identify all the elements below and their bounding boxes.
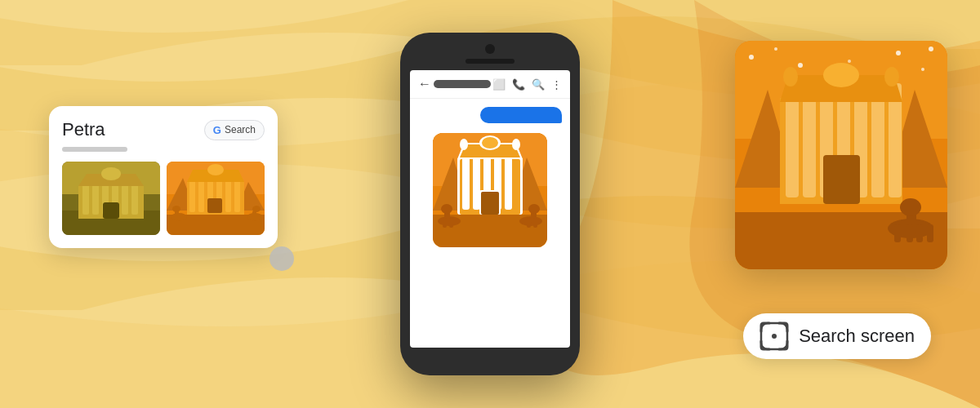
svg-point-34 [252,206,261,212]
svg-point-27 [207,164,224,175]
svg-rect-21 [198,178,204,212]
google-g-logo: G [213,124,221,136]
svg-rect-20 [189,178,195,212]
svg-point-72 [921,68,924,71]
phone: ← ⬜ 📞 🔍 ⋮ [400,33,580,375]
svg-point-74 [848,60,851,63]
phone-screen: ← ⬜ 📞 🔍 ⋮ [410,70,570,348]
svg-point-31 [172,206,180,212]
phone-speaker [466,59,514,64]
svg-point-12 [101,167,121,180]
back-arrow-icon[interactable]: ← [418,77,431,91]
svg-point-69 [774,47,777,51]
svg-rect-94 [894,224,901,242]
sent-message-bubble [480,107,562,123]
search-card-images [62,162,265,235]
search-screen-badge: Search screen [743,313,931,359]
svg-point-53 [512,139,520,150]
svg-rect-13 [103,202,119,219]
search-icon[interactable]: 🔍 [532,78,545,91]
more-options-icon[interactable]: ⋮ [551,78,562,91]
svg-rect-96 [916,224,923,242]
svg-point-68 [749,55,754,60]
search-thumb-1 [62,162,160,235]
svg-rect-65 [533,218,537,228]
svg-point-52 [460,139,468,150]
search-button-label: Search [225,124,256,135]
phone-top-bar: ← ⬜ 📞 🔍 ⋮ [410,70,570,99]
svg-rect-64 [527,218,531,228]
svg-rect-25 [234,178,240,212]
svg-point-86 [823,63,859,87]
phone-camera [485,44,495,54]
svg-rect-97 [927,224,933,242]
svg-rect-24 [225,178,231,212]
petra-chat-image [433,133,547,247]
svg-rect-89 [823,155,860,204]
contact-name-bar [434,80,491,88]
svg-point-73 [929,47,933,51]
svg-rect-9 [122,182,128,215]
svg-rect-47 [505,151,512,210]
svg-point-99 [772,334,777,339]
svg-point-93 [900,198,921,216]
search-screen-label: Search screen [799,326,915,347]
phone-chat-area [410,99,570,348]
connector-dot [270,246,294,271]
svg-point-71 [896,51,901,55]
google-search-button[interactable]: G Search [204,120,265,140]
right-petra-image-card [735,41,947,269]
svg-rect-60 [449,218,453,228]
svg-rect-95 [906,224,913,242]
svg-rect-5 [82,182,89,215]
phone-action-icons: ⬜ 📞 🔍 ⋮ [492,78,562,91]
search-card-title: Petra [62,119,105,140]
lens-icon [760,322,789,351]
svg-rect-43 [462,151,470,210]
search-card-subtitle-bar [62,147,127,152]
search-card-header: Petra G Search [62,119,265,140]
svg-rect-44 [473,151,480,210]
google-search-card: Petra G Search [49,106,278,248]
svg-point-87 [783,67,798,86]
search-thumb-2 [167,162,265,235]
svg-point-58 [441,204,452,214]
svg-rect-59 [443,218,447,228]
svg-point-51 [482,137,498,149]
svg-point-88 [884,67,899,86]
phone-call-icon[interactable]: 📞 [512,78,525,91]
svg-point-70 [798,63,803,68]
phone-container: ← ⬜ 📞 🔍 ⋮ [400,33,580,375]
svg-rect-55 [481,192,499,215]
svg-rect-6 [92,182,99,215]
video-call-icon[interactable]: ⬜ [492,78,506,91]
svg-rect-10 [131,182,138,215]
svg-point-63 [528,204,540,214]
svg-rect-28 [207,198,222,213]
